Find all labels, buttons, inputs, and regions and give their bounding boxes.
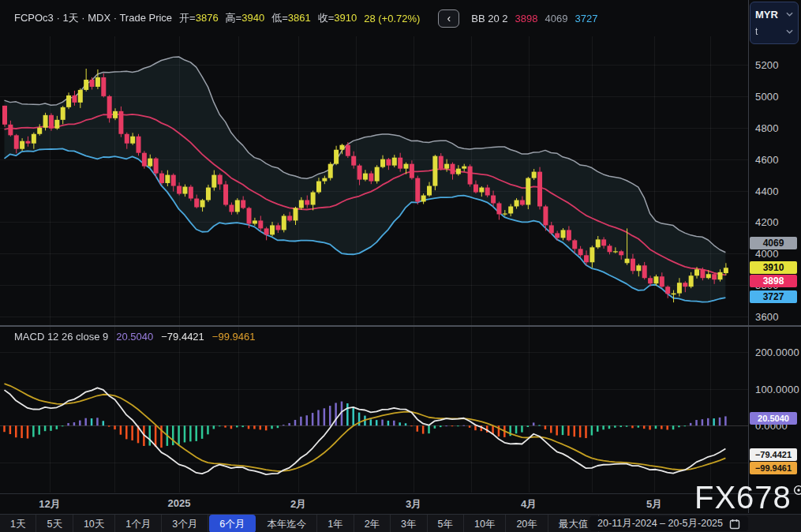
price-tick: 3600 — [755, 311, 779, 323]
change-value: 28 (+0.72%) — [364, 13, 420, 24]
currency-select[interactable]: MYR — [755, 6, 793, 23]
range-button-6m[interactable]: 6个月 — [209, 515, 256, 532]
symbol-title: FCPOc3 · 1天 · MDX · Trade Price — [14, 11, 172, 25]
price-axis[interactable]: 5200 5000 4800 4600 4400 4200 4000 3800 … — [748, 0, 801, 513]
bb-lower-price-label: 3727 — [750, 290, 797, 303]
macd-hist-value: 20.5040 — [116, 331, 153, 343]
bollinger-label[interactable]: BB 20 2 — [471, 13, 507, 24]
trading-chart-app: FCPOc3 · 1天 · MDX · Trade Price 开=3876 高… — [0, 0, 801, 532]
high-value: 高=3940 — [226, 11, 265, 25]
macd-title[interactable]: MACD 12 26 close 9 — [14, 331, 108, 343]
time-axis-label: 2月 — [290, 497, 306, 511]
macd-header: MACD 12 26 close 9 20.5040 −79.4421 −99.… — [14, 331, 255, 343]
last-price-label: 3910 — [750, 261, 797, 274]
unit-select[interactable]: t — [755, 23, 793, 40]
range-button-1m[interactable]: 1个月 — [115, 515, 162, 532]
close-value: 收=3910 — [318, 11, 357, 25]
range-button-1d[interactable]: 1天 — [0, 515, 36, 532]
range-button-ytd[interactable]: 本年迄今 — [256, 515, 317, 532]
macd-axis-tick: 100.0000 — [755, 384, 799, 395]
range-button-3y[interactable]: 3年 — [391, 515, 427, 532]
price-tick: 5200 — [755, 59, 779, 71]
macd-signal-value: −99.9461 — [212, 331, 256, 343]
range-button-5y[interactable]: 5年 — [428, 515, 464, 532]
bollinger-upper-value: 4069 — [545, 13, 568, 24]
macd-hist-axis-label: 20.5040 — [750, 412, 797, 425]
low-value: 低=3861 — [271, 11, 311, 25]
bollinger-lower-value: 3727 — [575, 13, 597, 24]
price-tick: 5000 — [755, 91, 779, 103]
chevron-down-icon — [786, 29, 793, 34]
macd-signal-axis-label: −99.9461 — [750, 462, 797, 474]
range-toolbar: 1天 5天 10天 1个月 3个月 6个月 本年迄今 1年 2年 3年 5年 1… — [0, 514, 801, 532]
range-button-3m[interactable]: 3个月 — [162, 515, 208, 532]
bollinger-basis-value: 3898 — [515, 13, 538, 24]
date-range-text: 20-11月-2024 – 20-5月-2025 — [597, 517, 723, 530]
time-axis-label: 12月 — [39, 497, 60, 511]
range-button-20y[interactable]: 20年 — [506, 515, 548, 532]
price-tick: 4000 — [755, 248, 779, 260]
collapse-indicator-button[interactable]: ‹ — [438, 9, 459, 28]
price-tick: 4200 — [755, 216, 779, 228]
bb-basis-price-label: 3898 — [750, 275, 797, 287]
bb-upper-price-label: 4069 — [750, 237, 797, 249]
calendar-icon — [729, 519, 740, 530]
macd-axis-tick: 200.0000 — [755, 347, 799, 358]
chevron-down-icon — [786, 12, 793, 17]
macd-line-value: −79.4421 — [161, 331, 204, 343]
open-value: 开=3876 — [179, 11, 219, 25]
range-button-5d[interactable]: 5天 — [36, 515, 73, 532]
range-button-2y[interactable]: 2年 — [354, 515, 391, 532]
time-axis-label: 3月 — [406, 497, 421, 511]
pane-divider[interactable] — [0, 325, 801, 327]
time-axis-label: 4月 — [521, 497, 537, 511]
range-button-10d[interactable]: 10天 — [73, 515, 115, 532]
symbol-header: FCPOc3 · 1天 · MDX · Trade Price 开=3876 高… — [14, 9, 597, 27]
price-tick: 4600 — [755, 154, 779, 166]
time-axis-divider — [0, 493, 801, 494]
date-range-picker[interactable]: 20-11月-2024 – 20-5月-2025 — [590, 516, 748, 531]
range-button-1y[interactable]: 1年 — [317, 515, 354, 532]
candlestick-macd-chart[interactable] — [0, 0, 748, 493]
time-axis-label: 2025 — [168, 497, 191, 509]
range-button-10y[interactable]: 10年 — [464, 515, 506, 532]
time-axis[interactable]: 12月 2025 2月 3月 4月 5月 — [0, 494, 748, 514]
price-tick: 4800 — [755, 122, 779, 134]
price-scale-settings[interactable]: MYR t — [750, 2, 799, 44]
macd-line-axis-label: −79.4421 — [750, 448, 797, 461]
time-axis-label: 5月 — [646, 497, 662, 511]
price-tick: 4400 — [755, 185, 779, 197]
